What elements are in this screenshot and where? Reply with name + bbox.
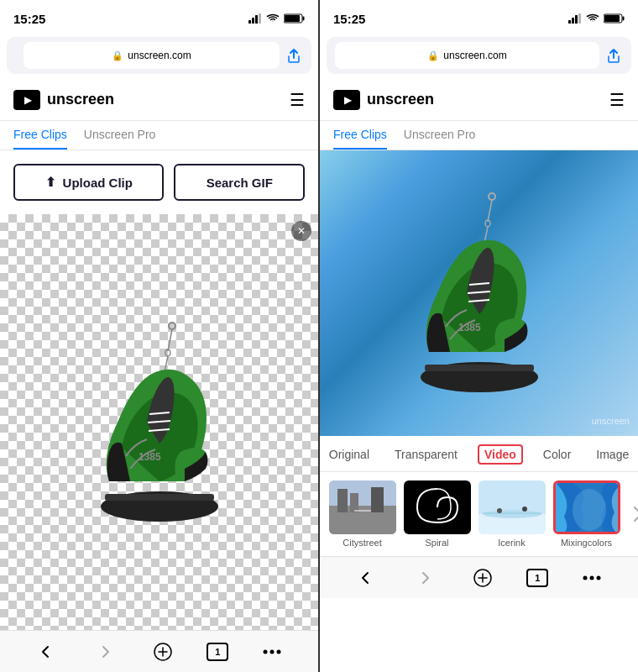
- thumb-next-arrow[interactable]: [625, 487, 638, 541]
- browser-bar-right[interactable]: 🔒 unscreen.com: [327, 37, 631, 74]
- tab-free-clips-left[interactable]: Free Clips: [13, 128, 67, 150]
- signal-icon-left: [248, 13, 262, 24]
- svg-rect-27: [604, 15, 620, 22]
- svg-point-50: [522, 507, 527, 512]
- thumb-img-spiral: [404, 480, 471, 534]
- svg-rect-6: [285, 15, 300, 22]
- transparent-background-left: 1385: [0, 214, 318, 630]
- hamburger-left[interactable]: ☰: [290, 90, 305, 110]
- status-bar-right: 15:25: [320, 0, 638, 37]
- logo-text-left: unscreen: [47, 91, 114, 108]
- svg-point-18: [264, 649, 268, 654]
- thumb-citystreet[interactable]: Citystreet: [327, 480, 398, 548]
- back-btn-left[interactable]: [31, 637, 61, 667]
- svg-rect-16: [105, 494, 214, 501]
- svg-line-29: [488, 200, 492, 222]
- url-bar-left[interactable]: 🔒 unscreen.com: [24, 42, 280, 69]
- citystreet-preview: [329, 480, 396, 534]
- status-bar-left: 15:25: [0, 0, 318, 37]
- svg-rect-37: [425, 365, 534, 371]
- search-gif-label: Search GIF: [207, 176, 273, 190]
- svg-rect-22: [572, 18, 574, 24]
- upload-label: Upload Clip: [63, 176, 133, 190]
- background-thumbnails: Citystreet Spiral: [320, 472, 638, 556]
- svg-point-19: [270, 649, 275, 654]
- add-tab-btn-right[interactable]: [468, 563, 498, 593]
- logo-right: unscreen: [333, 90, 434, 110]
- app-header-left: unscreen ☰: [0, 79, 318, 121]
- tab-original[interactable]: Original: [324, 446, 374, 463]
- time-left: 15:25: [13, 12, 45, 26]
- url-text-right: unscreen.com: [443, 50, 506, 61]
- tab-unscreen-pro-left[interactable]: Unscreen Pro: [84, 128, 156, 150]
- tab-count-left[interactable]: 1: [207, 643, 228, 661]
- tab-count-right[interactable]: 1: [526, 569, 548, 587]
- tab-unscreen-pro-right[interactable]: Unscreen Pro: [404, 128, 476, 150]
- tab-image[interactable]: Image: [591, 446, 634, 463]
- more-btn-right[interactable]: [577, 563, 607, 593]
- share-btn-right[interactable]: [604, 46, 623, 65]
- browser-bottom-right: 1: [320, 556, 638, 598]
- shoe-image-left: 1385: [76, 313, 243, 532]
- status-icons-right: [568, 13, 625, 24]
- search-gif-button[interactable]: Search GIF: [174, 164, 305, 201]
- thumb-img-citystreet: [329, 480, 396, 534]
- time-right: 15:25: [333, 12, 365, 26]
- tab-color[interactable]: Color: [538, 446, 576, 463]
- shoe-image-right: 1385: [395, 184, 563, 402]
- svg-rect-23: [575, 15, 578, 24]
- forward-btn-left[interactable]: [90, 637, 120, 667]
- app-header-right: unscreen ☰: [320, 79, 638, 121]
- left-phone-panel: 15:25: [0, 0, 318, 672]
- thumb-img-icerink: [478, 480, 546, 534]
- logo-icon-left: [13, 90, 40, 110]
- image-area-right: 1385 unscreen: [320, 150, 638, 436]
- svg-point-7: [169, 323, 175, 329]
- blue-background-right: 1385 unscreen: [320, 150, 638, 436]
- svg-rect-3: [259, 13, 261, 24]
- watermark-right: unscreen: [592, 416, 630, 426]
- url-bar-right[interactable]: 🔒 unscreen.com: [335, 42, 599, 69]
- thumb-img-mixingcolors: [553, 480, 620, 534]
- svg-point-49: [497, 508, 502, 513]
- share-btn-left[interactable]: [285, 46, 303, 65]
- upload-clip-button[interactable]: ⬆ Upload Clip: [13, 164, 164, 201]
- video-type-tabs: Original Transparent Video Color Image: [320, 436, 638, 472]
- svg-point-55: [590, 575, 594, 580]
- nav-tabs-left: Free Clips Unscreen Pro: [0, 121, 318, 150]
- thumb-label-icerink: Icerink: [498, 538, 525, 548]
- hamburger-right[interactable]: ☰: [609, 90, 625, 110]
- lock-icon-right: 🔒: [427, 50, 439, 61]
- svg-rect-5: [303, 17, 305, 21]
- thumb-mixingcolors[interactable]: Mixingcolors: [551, 480, 622, 548]
- tab-video[interactable]: Video: [478, 444, 523, 465]
- nav-tabs-right: Free Clips Unscreen Pro: [320, 121, 638, 150]
- close-button-left[interactable]: ✕: [291, 221, 311, 241]
- svg-rect-26: [623, 17, 625, 21]
- thumb-icerink[interactable]: Icerink: [476, 480, 547, 548]
- wifi-icon-right: [586, 13, 599, 24]
- browser-bar-left[interactable]: 🔒 unscreen.com: [7, 37, 311, 74]
- add-tab-btn-left[interactable]: [148, 637, 178, 667]
- svg-rect-0: [248, 20, 251, 24]
- thumb-label-citystreet: Citystreet: [343, 538, 381, 548]
- svg-line-8: [168, 329, 172, 351]
- image-area-left: ✕: [0, 214, 318, 630]
- tab-free-clips-right[interactable]: Free Clips: [333, 128, 387, 150]
- more-btn-left[interactable]: [257, 637, 287, 667]
- svg-point-56: [597, 575, 601, 580]
- tab-transparent[interactable]: Transparent: [390, 446, 463, 463]
- thumb-label-spiral: Spiral: [425, 538, 448, 548]
- upload-icon: ⬆: [45, 175, 56, 190]
- action-buttons-left: ⬆ Upload Clip Search GIF: [0, 150, 318, 214]
- thumb-spiral[interactable]: Spiral: [401, 480, 473, 548]
- svg-rect-24: [578, 13, 581, 24]
- url-text-left: unscreen.com: [128, 50, 191, 61]
- svg-rect-40: [337, 489, 348, 512]
- logo-icon-right: [333, 90, 360, 110]
- signal-icon-right: [568, 13, 582, 24]
- forward-btn-right[interactable]: [410, 563, 440, 593]
- back-btn-right[interactable]: [351, 563, 381, 593]
- svg-rect-43: [354, 510, 371, 512]
- svg-point-52: [573, 489, 606, 531]
